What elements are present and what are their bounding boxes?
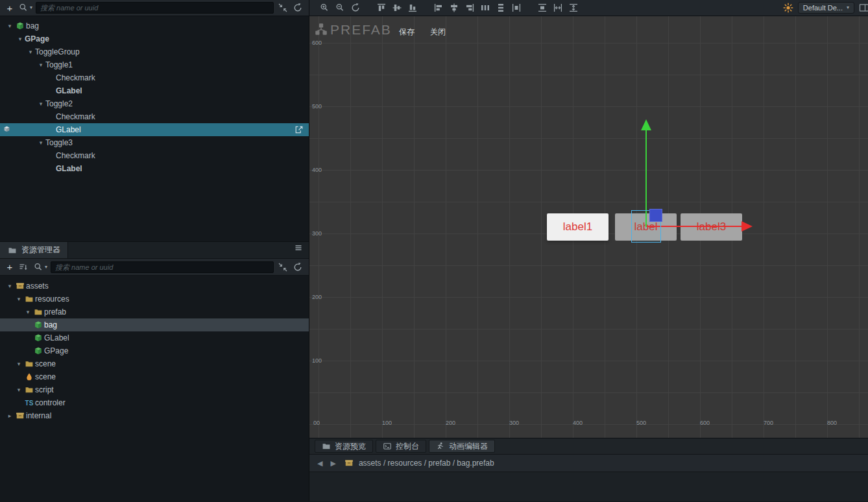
prefab-icon bbox=[32, 333, 44, 343]
hierarchy-node-toggle1[interactable]: ▾Toggle1 bbox=[0, 58, 309, 71]
scene-toolbar-area: Default De... ▾ bbox=[309, 0, 868, 16]
zoom-in-icon[interactable] bbox=[319, 2, 330, 14]
refresh-icon[interactable] bbox=[292, 261, 304, 273]
distribute-vertical-icon[interactable] bbox=[495, 2, 507, 14]
zoom-out-icon[interactable] bbox=[334, 2, 346, 14]
device-dropdown[interactable]: Default De... ▾ bbox=[798, 2, 854, 14]
layout-panel-icon[interactable] bbox=[858, 2, 868, 14]
expand-arrow[interactable]: ▾ bbox=[5, 23, 14, 29]
expand-arrow[interactable]: ▾ bbox=[26, 49, 35, 55]
expand-arrow[interactable]: ▾ bbox=[14, 296, 23, 302]
asset-node-bag[interactable]: bag bbox=[0, 318, 309, 331]
expand-arrow[interactable]: ▾ bbox=[5, 283, 14, 289]
asset-node-label: GLabel bbox=[44, 333, 69, 342]
folder-icon bbox=[32, 307, 44, 317]
asset-node-scene[interactable]: ▾scene bbox=[0, 357, 309, 370]
asset-node-prefab[interactable]: ▾prefab bbox=[0, 305, 309, 318]
asset-node-controler[interactable]: TScontroler bbox=[0, 396, 309, 409]
expand-arrow[interactable]: ▾ bbox=[36, 140, 45, 146]
breadcrumb-path[interactable]: assets / resources / prefab / bag.prefab bbox=[359, 459, 494, 468]
distribute-horizontal-icon[interactable] bbox=[479, 2, 491, 14]
assets-search-input[interactable] bbox=[51, 261, 274, 273]
scene-label-label1[interactable]: label1 bbox=[547, 213, 609, 241]
scene-view[interactable]: PREFAB 保存 关闭 600500400300200100001002003… bbox=[309, 16, 868, 438]
expand-arrow[interactable]: ▾ bbox=[23, 309, 32, 315]
prefab-sync-icon[interactable] bbox=[3, 125, 11, 136]
goto-asset-icon[interactable] bbox=[295, 125, 304, 136]
space-horizontal-icon[interactable] bbox=[511, 2, 522, 14]
expand-arrow[interactable]: ▾ bbox=[14, 361, 23, 367]
expand-arrow[interactable]: ▾ bbox=[36, 62, 45, 68]
hierarchy-node-gpage[interactable]: ▾GPage bbox=[0, 32, 309, 45]
refresh-view-icon[interactable] bbox=[350, 2, 361, 14]
collapse-all-icon[interactable] bbox=[277, 2, 289, 14]
hierarchy-node-glabel[interactable]: GLabel bbox=[0, 84, 309, 97]
asset-node-resources[interactable]: ▾resources bbox=[0, 293, 309, 305]
align-bottom-icon[interactable] bbox=[407, 2, 418, 14]
align-middle-icon[interactable] bbox=[391, 2, 403, 14]
asset-node-internal[interactable]: ▸internal bbox=[0, 409, 309, 422]
gizmo-y-arrowhead[interactable] bbox=[641, 119, 651, 130]
asset-node-label: controler bbox=[35, 398, 66, 407]
sort-icon[interactable] bbox=[18, 261, 29, 273]
assets-tree: ▾assets▾resources▾prefabbagGLabelGPage▾s… bbox=[0, 276, 309, 501]
hierarchy-node-checkmark[interactable]: Checkmark bbox=[0, 71, 309, 84]
hierarchy-node-toggle3[interactable]: ▾Toggle3 bbox=[0, 136, 309, 149]
asset-node-script[interactable]: ▾script bbox=[0, 383, 309, 396]
asset-node-scene[interactable]: scene bbox=[0, 370, 309, 383]
expand-arrow[interactable]: ▸ bbox=[5, 413, 14, 419]
folder-icon bbox=[7, 245, 18, 256]
tab-assets-manager[interactable]: 资源管理器 bbox=[0, 242, 68, 258]
left-panels: ▾bag▾GPage▾ToggleGroup▾Toggle1CheckmarkG… bbox=[0, 16, 309, 501]
expand-arrow[interactable]: ▾ bbox=[36, 101, 45, 107]
nav-forward-icon[interactable]: ▶ bbox=[330, 460, 335, 467]
settings-gear-icon[interactable] bbox=[782, 2, 794, 14]
hierarchy-node-glabel[interactable]: GLabel bbox=[0, 123, 309, 136]
align-center-icon[interactable] bbox=[448, 2, 460, 14]
panel-menu-icon[interactable] bbox=[288, 242, 309, 254]
stretch-horizontal-icon[interactable] bbox=[552, 2, 564, 14]
asset-node-label: assets bbox=[26, 281, 49, 291]
hierarchy-node-checkmark[interactable]: Checkmark bbox=[0, 149, 309, 162]
asset-node-gpage[interactable]: GPage bbox=[0, 344, 309, 357]
gizmo-x-arrowhead[interactable] bbox=[741, 221, 753, 232]
ruler-label-x: 500 bbox=[636, 420, 646, 426]
hierarchy-node-bag[interactable]: ▾bag bbox=[0, 19, 309, 32]
hierarchy-node-togglegroup[interactable]: ▾ToggleGroup bbox=[0, 45, 309, 58]
collapse-all-icon[interactable] bbox=[277, 261, 289, 273]
add-node-button[interactable]: + bbox=[5, 3, 14, 13]
hierarchy-search-input[interactable] bbox=[36, 2, 274, 14]
assets-search-mode[interactable]: ▾ bbox=[32, 261, 47, 273]
chevron-down-icon: ▾ bbox=[847, 5, 849, 10]
breadcrumb-bar: ◀ ▶ assets / resources / prefab / bag.pr… bbox=[309, 454, 868, 472]
add-asset-button[interactable]: + bbox=[5, 262, 14, 272]
tab-asset-preview[interactable]: 资源预览 bbox=[315, 440, 373, 453]
align-right-icon[interactable] bbox=[464, 2, 476, 14]
expand-arrow[interactable]: ▾ bbox=[14, 387, 23, 393]
editor-window: + ▾ Default De... ▾ ▾bag▾GPage▾ToggleGro… bbox=[0, 0, 868, 502]
expand-arrow[interactable]: ▾ bbox=[16, 36, 25, 42]
tab-console[interactable]: 控制台 bbox=[376, 440, 426, 453]
nav-back-icon[interactable]: ◀ bbox=[317, 460, 322, 467]
close-prefab-button[interactable]: 关闭 bbox=[430, 27, 446, 38]
stretch-vertical-icon[interactable] bbox=[568, 2, 579, 14]
animation-icon bbox=[436, 442, 445, 451]
preview-empty-area bbox=[309, 472, 868, 501]
asset-node-glabel[interactable]: GLabel bbox=[0, 331, 309, 344]
hierarchy-node-label: Checkmark bbox=[56, 151, 95, 160]
scene-label-label3[interactable]: label3 bbox=[681, 213, 742, 241]
hierarchy-node-glabel[interactable]: GLabel bbox=[0, 162, 309, 175]
save-prefab-button[interactable]: 保存 bbox=[399, 27, 415, 38]
ruler-label-y: 200 bbox=[312, 294, 322, 300]
tab-animation-editor[interactable]: 动画编辑器 bbox=[429, 440, 495, 453]
hierarchy-node-checkmark[interactable]: Checkmark bbox=[0, 110, 309, 123]
align-left-icon[interactable] bbox=[433, 2, 444, 14]
hierarchy-node-toggle2[interactable]: ▾Toggle2 bbox=[0, 97, 309, 110]
hierarchy-panel: ▾bag▾GPage▾ToggleGroup▾Toggle1CheckmarkG… bbox=[0, 16, 309, 241]
space-vertical-icon[interactable] bbox=[536, 2, 548, 14]
align-top-icon[interactable] bbox=[376, 2, 387, 14]
asset-node-assets[interactable]: ▾assets bbox=[0, 280, 309, 293]
gizmo-origin-handle[interactable] bbox=[649, 209, 662, 222]
refresh-icon[interactable] bbox=[292, 2, 304, 14]
hierarchy-search-mode[interactable]: ▾ bbox=[18, 2, 32, 14]
